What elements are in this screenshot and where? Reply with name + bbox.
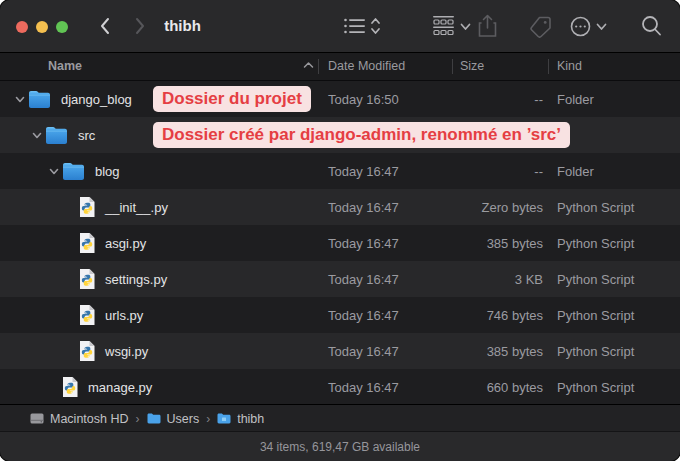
python-file-icon [79, 233, 95, 253]
close-button[interactable] [16, 21, 28, 33]
indent-spacer [0, 279, 63, 280]
breadcrumb-users[interactable]: Users [147, 412, 200, 426]
file-date-modified: Today 16:47 [328, 164, 399, 179]
file-name: asgi.py [105, 236, 146, 251]
file-icon-slot [62, 162, 85, 181]
table-row[interactable]: asgi.py Today 16:47 385 bytes Python Scr… [0, 225, 680, 261]
breadcrumb-separator: › [206, 412, 210, 426]
file-kind: Python Script [557, 236, 634, 251]
indent-spacer [0, 351, 63, 352]
column-divider [318, 59, 319, 74]
file-kind: Folder [557, 92, 594, 107]
column-header-row: Name Date Modified Size Kind [0, 53, 680, 81]
file-size: 385 bytes [452, 236, 543, 251]
table-row[interactable]: settings.py Today 16:47 3 KB Python Scri… [0, 261, 680, 297]
status-text: 34 items, 619,47 GB available [260, 440, 420, 454]
indent-spacer [0, 171, 46, 172]
file-size: -- [452, 164, 543, 179]
column-header-kind[interactable]: Kind [557, 59, 582, 73]
file-kind: Python Script [557, 344, 634, 359]
file-icon-slot [79, 233, 95, 253]
table-row[interactable]: blog Today 16:47 -- Folder [0, 153, 680, 189]
search-icon[interactable] [641, 15, 662, 37]
file-name: wsgi.py [105, 344, 148, 359]
group-by-icon[interactable] [433, 16, 454, 35]
view-sort-toggle-icon[interactable] [370, 16, 381, 36]
indent-spacer [0, 387, 46, 388]
file-icon-slot [79, 197, 95, 217]
breadcrumb-thibh[interactable]: thibh [217, 412, 264, 426]
column-header-date-modified[interactable]: Date Modified [328, 59, 405, 73]
status-bar: 34 items, 619,47 GB available [0, 431, 680, 461]
file-kind: Python Script [557, 380, 634, 395]
drive-icon [30, 413, 44, 424]
file-date-modified: Today 16:47 [328, 200, 399, 215]
chevron-down-icon[interactable] [12, 95, 28, 105]
file-icon-slot [62, 377, 78, 397]
file-size: 385 bytes [452, 344, 543, 359]
back-chevron-icon[interactable] [98, 17, 112, 35]
chevron-down-icon[interactable] [29, 131, 45, 141]
indent-spacer [0, 207, 63, 208]
file-date-modified: Today 16:47 [328, 272, 399, 287]
python-file-icon [79, 341, 95, 361]
tag-icon[interactable] [530, 16, 552, 38]
breadcrumb-label: Macintosh HD [50, 412, 129, 426]
table-row[interactable]: django_blog Today 16:50 -- Folder Dossie… [0, 81, 680, 117]
folder-icon [45, 126, 68, 145]
file-name: manage.py [88, 380, 152, 395]
more-options-chevron-icon[interactable] [596, 23, 607, 31]
file-date-modified: Today 16:47 [328, 380, 399, 395]
breadcrumb-label: Users [167, 412, 200, 426]
file-date-modified: Today 16:47 [328, 308, 399, 323]
file-size: Zero bytes [452, 200, 543, 215]
file-name: __init__.py [105, 200, 168, 215]
finder-window: thibh [0, 0, 680, 461]
file-name: blog [95, 164, 120, 179]
python-file-icon [79, 305, 95, 325]
column-divider [548, 59, 549, 74]
group-by-chevron-icon[interactable] [460, 23, 471, 31]
titlebar: thibh [0, 0, 680, 53]
table-row[interactable]: manage.py Today 16:47 660 bytes Python S… [0, 369, 680, 405]
column-header-size[interactable]: Size [460, 59, 484, 73]
breadcrumb-label: thibh [237, 412, 264, 426]
list-view-icon[interactable] [344, 17, 366, 35]
path-bar: Macintosh HD › Users › thibh [0, 404, 680, 432]
file-date-modified: Today 16:50 [328, 92, 399, 107]
table-row[interactable]: urls.py Today 16:47 746 bytes Python Scr… [0, 297, 680, 333]
table-row[interactable]: src Dossier créé par django-admin, renom… [0, 117, 680, 153]
file-kind: Python Script [557, 308, 634, 323]
file-date-modified: Today 16:47 [328, 236, 399, 251]
file-name: src [78, 128, 95, 143]
file-name: urls.py [105, 308, 143, 323]
table-row[interactable]: __init__.py Today 16:47 Zero bytes Pytho… [0, 189, 680, 225]
sort-ascending-icon [303, 61, 314, 69]
column-header-name[interactable]: Name [48, 59, 82, 73]
more-options-icon[interactable] [570, 16, 591, 37]
traffic-lights [16, 21, 68, 33]
file-kind: Folder [557, 164, 594, 179]
indent-spacer [0, 243, 63, 244]
file-icon-slot [28, 90, 51, 109]
table-row[interactable]: wsgi.py Today 16:47 385 bytes Python Scr… [0, 333, 680, 369]
folder-icon [147, 413, 161, 424]
breadcrumb-macintosh-hd[interactable]: Macintosh HD [30, 412, 129, 426]
chevron-down-icon[interactable] [46, 167, 62, 177]
share-icon[interactable] [478, 14, 497, 38]
zoom-button[interactable] [56, 21, 68, 33]
file-icon-slot [79, 269, 95, 289]
file-size: 3 KB [452, 272, 543, 287]
file-name: settings.py [105, 272, 167, 287]
file-list: django_blog Today 16:50 -- Folder Dossie… [0, 81, 680, 405]
file-name: django_blog [61, 92, 132, 107]
minimize-button[interactable] [36, 21, 48, 33]
column-divider [452, 59, 453, 74]
file-icon-slot [79, 305, 95, 325]
file-icon-slot [45, 126, 68, 145]
folder-icon [217, 413, 231, 424]
breadcrumb-separator: › [136, 412, 140, 426]
annotation-label: Dossier créé par django-admin, renommé e… [153, 122, 570, 148]
file-size: 746 bytes [452, 308, 543, 323]
file-size: 660 bytes [452, 380, 543, 395]
